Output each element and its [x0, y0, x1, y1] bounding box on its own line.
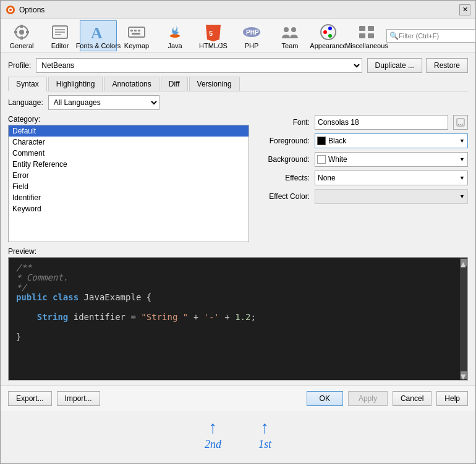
miscellaneous-icon: [357, 22, 376, 42]
general-label: General: [9, 42, 33, 49]
code-line-2: * Comment.: [16, 272, 460, 282]
svg-point-27: [323, 30, 327, 34]
svg-rect-33: [368, 33, 374, 38]
toolbar-btn-java[interactable]: Java: [156, 20, 193, 51]
svg-rect-32: [359, 33, 365, 38]
options-window: Options ✕ General: [0, 0, 476, 464]
app-icon: [6, 5, 15, 15]
code-line-7: [16, 322, 460, 332]
category-item-keyword[interactable]: Keyword: [9, 203, 249, 214]
category-item-comment[interactable]: Comment: [9, 148, 249, 159]
background-label: Background:: [254, 155, 310, 164]
scrollbar-down[interactable]: ▼: [461, 371, 467, 379]
category-item-field[interactable]: Field: [9, 181, 249, 192]
svg-point-29: [328, 34, 332, 38]
team-label: Team: [282, 42, 299, 49]
title-bar: Options ✕: [1, 1, 475, 19]
java-icon: [165, 22, 185, 42]
svg-rect-7: [14, 31, 17, 33]
toolbar-btn-team[interactable]: Team: [271, 20, 308, 51]
toolbar: General Editor A Fonts & Colors: [1, 19, 475, 53]
profile-buttons: Duplicate ... Restore: [367, 58, 468, 73]
font-row: Font: Consolas 18 …: [254, 115, 468, 130]
category-item-error[interactable]: Error: [9, 170, 249, 181]
effect-color-select-wrapper[interactable]: ▼: [315, 189, 468, 204]
tab-syntax[interactable]: Syntax: [8, 77, 47, 91]
effects-select[interactable]: None: [315, 171, 467, 185]
category-item-default[interactable]: Default: [9, 125, 249, 137]
effects-select-wrapper[interactable]: None ▼: [315, 171, 468, 185]
fonts-colors-icon: A: [88, 22, 108, 42]
category-item-entity-reference[interactable]: Entity Reference: [9, 159, 249, 170]
font-choose-button[interactable]: …: [453, 115, 468, 130]
toolbar-btn-html-js[interactable]: 5 HTML/JS: [195, 20, 232, 51]
svg-rect-6: [20, 36, 23, 40]
annotation-area: ↑ 2nd ↑ 1st: [1, 411, 475, 463]
html-js-icon: 5: [203, 22, 223, 42]
apply-annotation: ↑ 1st: [258, 417, 271, 451]
effect-color-select[interactable]: [315, 190, 467, 203]
tab-diff[interactable]: Diff: [161, 77, 188, 91]
duplicate-button[interactable]: Duplicate ...: [367, 58, 422, 73]
language-select[interactable]: All Languages: [48, 95, 159, 110]
font-field: Consolas 18: [315, 115, 448, 130]
svg-marker-20: [206, 25, 221, 41]
restore-button[interactable]: Restore: [426, 58, 468, 73]
background-select-wrapper[interactable]: White ▼: [315, 152, 468, 167]
scrollbar-up[interactable]: ▲: [461, 259, 467, 266]
ok-arrow: ↑: [208, 417, 217, 438]
foreground-select-wrapper[interactable]: Black ▼: [315, 133, 468, 148]
preview-scrollbar[interactable]: ▲ ▼: [460, 258, 467, 380]
team-icon: [280, 22, 300, 42]
background-row: Background: White ▼: [254, 152, 468, 167]
tab-highlighting[interactable]: Highlighting: [48, 77, 103, 91]
effect-color-row: Effect Color: ▼: [254, 189, 468, 204]
foreground-row: Foreground: Black ▼: [254, 133, 468, 148]
svg-point-2: [9, 9, 12, 11]
import-button[interactable]: Import...: [57, 391, 100, 406]
toolbar-btn-php[interactable]: PHP PHP: [233, 20, 270, 51]
code-line-5: [16, 302, 460, 312]
toolbar-btn-general[interactable]: General: [3, 20, 40, 51]
php-icon: PHP: [242, 22, 261, 42]
toolbar-btn-fonts-colors[interactable]: A Fonts & Colors: [80, 20, 117, 51]
foreground-select[interactable]: Black: [326, 134, 467, 148]
font-label: Font:: [254, 118, 310, 127]
properties-panel: Font: Consolas 18 …: [254, 115, 468, 242]
tab-versioning[interactable]: Versioning: [189, 77, 240, 91]
ok-button[interactable]: OK: [307, 391, 343, 406]
search-box[interactable]: 🔍: [386, 29, 476, 43]
effect-color-label: Effect Color:: [254, 192, 310, 201]
toolbar-btn-editor[interactable]: Editor: [41, 20, 79, 51]
profile-select[interactable]: NetBeans: [36, 58, 362, 73]
category-item-identifier[interactable]: Identifier: [9, 192, 249, 203]
java-label: Java: [168, 42, 182, 49]
fonts-colors-label: Fonts & Colors: [76, 42, 121, 49]
preview-box: /** * Comment. */ public class JavaExamp…: [8, 257, 468, 381]
category-label: Category:: [8, 115, 249, 124]
code-line-3: */: [16, 282, 460, 292]
svg-point-24: [284, 27, 289, 32]
svg-point-25: [291, 27, 296, 32]
preview-code: /** * Comment. */ public class JavaExamp…: [16, 263, 460, 342]
svg-point-28: [328, 27, 332, 30]
font-value: Consolas 18: [318, 118, 359, 127]
ok-annotation-label: 2nd: [205, 438, 221, 451]
export-button[interactable]: Export...: [8, 391, 52, 406]
tab-annotations[interactable]: Annotations: [104, 77, 159, 91]
category-item-character[interactable]: Character: [9, 137, 249, 148]
search-input[interactable]: [399, 32, 473, 40]
toolbar-btn-keymap[interactable]: Keymap: [118, 20, 155, 51]
svg-rect-16: [134, 30, 137, 32]
svg-rect-14: [129, 27, 145, 37]
cancel-button[interactable]: Cancel: [393, 391, 431, 406]
background-select[interactable]: White: [326, 153, 467, 166]
help-button[interactable]: Help: [436, 391, 468, 406]
toolbar-btn-appearance[interactable]: Appearance: [310, 20, 347, 51]
search-icon: 🔍: [389, 32, 399, 40]
category-list[interactable]: Default Character Comment Entity Referen…: [8, 125, 249, 242]
code-line-6: String identifier = "String " + '-' + 1.…: [16, 312, 460, 322]
toolbar-btn-miscellaneous[interactable]: Miscellaneous: [348, 20, 385, 51]
general-icon: [12, 22, 32, 42]
close-button[interactable]: ✕: [459, 4, 470, 15]
